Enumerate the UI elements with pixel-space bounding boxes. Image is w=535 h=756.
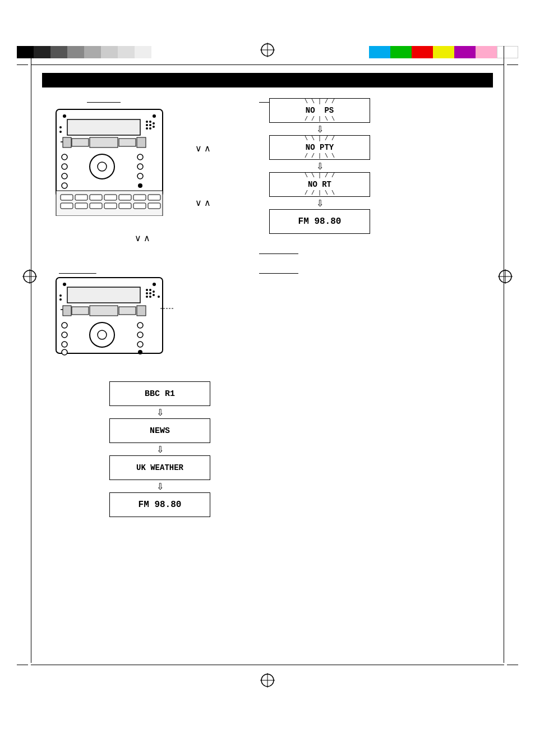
svg-point-12 [149,127,151,130]
svg-point-55 [63,283,66,286]
svg-point-28 [137,173,143,179]
display-bbc-r1: BBC R1 [109,381,210,406]
reg-mark-rt [507,64,518,65]
svg-rect-34 [61,195,73,200]
svg-point-84 [138,350,142,354]
svg-point-79 [62,342,67,347]
crosshair-right [498,269,513,286]
svg-point-14 [153,126,155,128]
svg-point-7 [146,121,148,123]
svg-point-16 [59,131,62,133]
color-bar [369,46,518,58]
svg-rect-19 [72,139,89,146]
arrow-down-bbc: ⇩ [109,406,210,418]
svg-point-4 [63,114,66,118]
svg-point-82 [98,330,107,339]
svg-point-9 [146,127,148,130]
svg-rect-39 [133,195,146,200]
display-no-pty: \ \ | / / NO PTY / / | \ \ [269,135,370,160]
top-left-label [87,95,121,103]
svg-rect-6 [67,119,140,135]
border-line-top [31,64,504,65]
crosshair-left [22,269,37,286]
svg-point-10 [149,121,151,123]
svg-point-5 [153,114,156,118]
svg-point-68 [59,298,62,301]
reg-mark-lt [17,64,28,65]
display-fm-top: FM 98.80 [269,209,370,234]
svg-point-61 [149,289,151,291]
svg-point-60 [146,296,148,298]
svg-rect-36 [90,195,102,200]
display-fm-bottom: FM 98.80 [109,492,210,517]
svg-rect-71 [72,307,89,315]
svg-point-25 [62,164,67,169]
radio-device-middle [50,275,185,370]
radio-device-top [50,104,185,216]
svg-rect-22 [137,137,146,147]
svg-point-62 [149,292,151,294]
svg-point-59 [146,292,148,294]
svg-point-67 [59,294,62,297]
border-line-left [31,46,31,663]
svg-point-26 [137,164,143,169]
svg-rect-72 [90,306,118,316]
display-stack-right: \ \ | / / NO PS / / | \ \ ⇩ \ \ | / / NO… [269,98,370,234]
svg-rect-20 [90,137,118,147]
border-line-bottom [31,665,504,665]
svg-point-56 [153,283,156,286]
crosshair-bottom [260,673,275,690]
svg-point-80 [137,342,143,347]
svg-rect-74 [137,306,146,316]
svg-rect-47 [148,203,160,209]
svg-rect-38 [119,195,131,200]
reg-mark-rb [507,665,518,665]
svg-rect-57 [67,287,140,303]
arrow-1: ∨ ∧ [195,143,211,154]
reg-mark-lb [17,665,28,665]
svg-point-76 [137,322,143,328]
svg-rect-42 [75,203,87,209]
svg-rect-37 [104,195,117,200]
svg-point-30 [98,162,107,171]
svg-point-31 [62,183,67,188]
arrow-down-1: ⇩ [269,123,370,135]
svg-point-83 [62,349,67,355]
display-stack-bottom: BBC R1 ⇩ NEWS ⇩ UK WEATHER ⇩ FM 98.80 [109,381,210,517]
svg-point-8 [146,124,148,126]
svg-point-78 [137,332,143,338]
svg-point-75 [62,322,67,328]
svg-point-27 [62,173,67,179]
svg-rect-70 [63,306,71,316]
svg-point-23 [62,154,67,160]
arrow-down-2: ⇩ [269,160,370,172]
display-no-ps: \ \ | / / NO PS / / | \ \ [269,98,370,123]
arrow-down-3: ⇩ [269,197,370,209]
middle-left-label [59,266,171,274]
arrow-2: ∨ ∧ [195,197,211,208]
border-line-right [504,46,504,663]
crosshair-center [260,43,275,57]
svg-point-65 [153,294,155,296]
bottom-right-label [259,247,382,255]
svg-point-24 [137,154,143,160]
svg-point-64 [153,291,155,293]
svg-point-15 [59,126,62,128]
svg-rect-21 [119,139,136,146]
svg-rect-46 [133,203,146,209]
svg-point-66 [158,296,160,298]
svg-point-63 [149,296,151,298]
middle-right-label [259,266,382,274]
svg-point-13 [153,122,155,125]
section-header [42,73,493,87]
display-no-rt: \ \ | / / NO RT / / | \ \ [269,172,370,197]
display-news: NEWS [109,418,210,443]
arrow-down-news: ⇩ [109,443,210,455]
svg-rect-35 [75,195,87,200]
display-weather: UK WEATHER [109,455,210,480]
arrow-down-weather: ⇩ [109,480,210,492]
svg-rect-41 [61,203,73,209]
svg-rect-43 [90,203,102,209]
svg-rect-18 [63,137,71,147]
svg-rect-45 [119,203,131,209]
